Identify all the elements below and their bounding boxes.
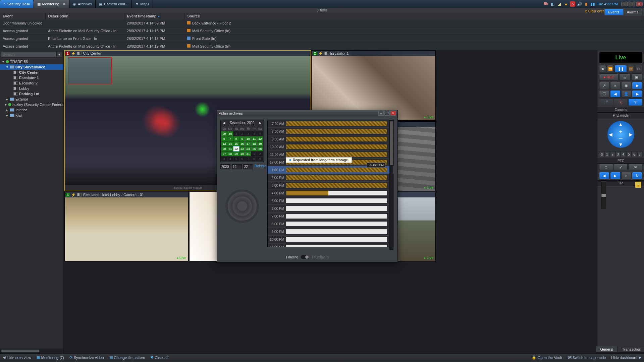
- archive-bar[interactable]: [286, 229, 387, 234]
- table-row[interactable]: Access grantedAndre Pichette on Mall Sec…: [0, 43, 644, 50]
- minimize-icon[interactable]: –: [378, 111, 384, 116]
- calendar-day[interactable]: 27: [221, 152, 227, 156]
- archive-bar[interactable]: [286, 245, 387, 247]
- signal-icon[interactable]: ▮: [583, 1, 589, 7]
- calendar-day[interactable]: 30: [227, 131, 233, 136]
- calendar-day[interactable]: 3: [245, 131, 251, 136]
- mic-button[interactable]: 🎤: [599, 99, 613, 106]
- ptz-down[interactable]: ▼: [618, 142, 624, 147]
- ptz-up[interactable]: ▲: [618, 122, 624, 127]
- home-tab[interactable]: ⌂Security Desk: [0, 0, 34, 8]
- pause-button[interactable]: ❚❚: [614, 65, 627, 72]
- maximize-button[interactable]: □: [629, 2, 635, 6]
- calendar-day[interactable]: 31: [245, 152, 251, 156]
- tab-camera-conf[interactable]: ▣Camera conf...: [96, 0, 132, 8]
- calendar-day[interactable]: 2: [257, 152, 263, 156]
- calendar-day[interactable]: 15: [233, 141, 239, 146]
- calendar-day[interactable]: 4: [227, 157, 233, 161]
- preset-button[interactable]: 4: [621, 151, 626, 157]
- calendar-day[interactable]: 22: [233, 146, 239, 151]
- volume-icon[interactable]: 🔊: [577, 1, 582, 7]
- timeline-row[interactable]: 9:00 AM: [268, 135, 394, 143]
- ptz-right[interactable]: ▶: [628, 132, 634, 137]
- tree-camera[interactable]: City Center: [0, 70, 63, 75]
- next-button[interactable]: ▶: [632, 82, 642, 89]
- calendar-day[interactable]: 21: [227, 146, 233, 151]
- alarms-tab[interactable]: Alarms: [623, 9, 642, 15]
- ptz-zoom-out[interactable]: –: [618, 135, 624, 140]
- timeline-row[interactable]: 7:00 AM: [268, 120, 394, 128]
- calendar-day[interactable]: 28: [227, 152, 233, 156]
- calendar-day[interactable]: 1: [251, 152, 257, 156]
- preset-button[interactable]: 2: [610, 151, 615, 157]
- tab-maps[interactable]: ⚑Maps: [132, 0, 153, 8]
- calendar-day[interactable]: 6: [221, 136, 227, 141]
- view-toggle[interactable]: [301, 255, 309, 259]
- ptz-right-btn[interactable]: ▶: [610, 172, 621, 179]
- sync-video[interactable]: ⟳Synchronize video: [69, 355, 104, 360]
- archive-bar[interactable]: [286, 237, 387, 242]
- minimize-button[interactable]: –: [621, 2, 628, 6]
- timeline-row[interactable]: 5:00 PM: [268, 197, 394, 205]
- table-row[interactable]: Access grantedAndre Pichette on Mall Sec…: [0, 27, 644, 35]
- refresh-link[interactable]: Refresh: [255, 164, 266, 169]
- calendar-day[interactable]: 30: [239, 152, 245, 156]
- ptz-left[interactable]: ◀: [608, 132, 613, 137]
- close-button[interactable]: ✕: [636, 2, 643, 6]
- alert-badge[interactable]: 5: [570, 1, 575, 7]
- filter-button[interactable]: ▾: [56, 51, 62, 57]
- tab-monitoring[interactable]: ▦Monitoring✕: [34, 0, 69, 8]
- expander-icon[interactable]: ▸: [5, 98, 9, 101]
- calendar-day[interactable]: 7: [227, 136, 233, 141]
- open-vault[interactable]: 🔒Open the Vault: [532, 355, 562, 360]
- zoom-slider[interactable]: [601, 182, 606, 208]
- tree-kiwi[interactable]: ▸Kiwi: [0, 113, 63, 118]
- calendar-day[interactable]: 13: [221, 141, 227, 146]
- search-input[interactable]: [1, 51, 56, 57]
- calendar-day[interactable]: 3: [221, 157, 227, 161]
- hide-dashboard[interactable]: Hide dashboard▶: [611, 355, 641, 360]
- lock-button[interactable]: 🔒: [635, 182, 641, 188]
- archive-bar[interactable]: [286, 175, 387, 180]
- calendar-day[interactable]: 29: [221, 131, 227, 136]
- calendar-day[interactable]: 4: [251, 131, 257, 136]
- archive-bar[interactable]: [286, 198, 387, 203]
- table-row[interactable]: Door manually unlocked28/02/2017 4:14:39…: [0, 19, 644, 27]
- monitor-button[interactable]: 🖵: [599, 90, 609, 98]
- minimap[interactable]: [68, 57, 112, 84]
- tree-huxley[interactable]: ▸huxley (Security Center Federation): [0, 102, 63, 107]
- snapshot-button[interactable]: ▣: [631, 73, 642, 81]
- stream-button[interactable]: ≡: [610, 82, 621, 89]
- calendar-day[interactable]: 26: [257, 146, 263, 151]
- timeline-row[interactable]: 2:00 PM: [268, 174, 394, 182]
- table-row[interactable]: Access grantedErica Larue on Front Gate …: [0, 35, 644, 43]
- ptz-start-button[interactable]: ◉: [621, 82, 632, 89]
- expander-icon[interactable]: ▾: [5, 65, 9, 69]
- ptz-zoom-in[interactable]: +: [618, 129, 624, 134]
- timeline-row[interactable]: 8:00 AM: [268, 128, 394, 135]
- ptz-left-btn[interactable]: ◀: [599, 172, 609, 179]
- skip-back-button[interactable]: ⏮: [599, 65, 606, 72]
- calendar-day[interactable]: 25: [251, 146, 257, 151]
- archive-bar[interactable]: [286, 168, 387, 172]
- calendar-day[interactable]: 1: [233, 131, 239, 136]
- archive-bar[interactable]: [286, 129, 387, 134]
- overlay-button[interactable]: 👤: [621, 90, 632, 98]
- ptz-wheel[interactable]: ▲ ▼ ◀ ▶ + –: [607, 121, 634, 148]
- day-input[interactable]: [243, 164, 253, 169]
- archive-bar[interactable]: [286, 152, 387, 157]
- tree-camera[interactable]: Escalator 1: [0, 75, 63, 80]
- archive-timeline[interactable]: 7:00 AM8:00 AM9:00 AM10:00 AM11:00 AM12:…: [267, 120, 394, 247]
- archive-bar[interactable]: [286, 222, 387, 226]
- tree-camera[interactable]: Escalator 2: [0, 80, 63, 86]
- calendar-day[interactable]: 12: [257, 136, 263, 141]
- forward-button[interactable]: ⏩: [628, 65, 635, 72]
- calendar-day[interactable]: 5: [233, 157, 239, 161]
- archive-bar[interactable]: [286, 206, 387, 211]
- calendar-day[interactable]: 2: [239, 131, 245, 136]
- sidebar-scrollbar[interactable]: [0, 349, 63, 353]
- expander-icon[interactable]: ▾: [1, 60, 5, 63]
- hide-area-view[interactable]: ◀Hide area view: [3, 355, 31, 360]
- forward-nav-button[interactable]: ▶: [632, 90, 642, 98]
- events-tab[interactable]: Events: [604, 9, 623, 15]
